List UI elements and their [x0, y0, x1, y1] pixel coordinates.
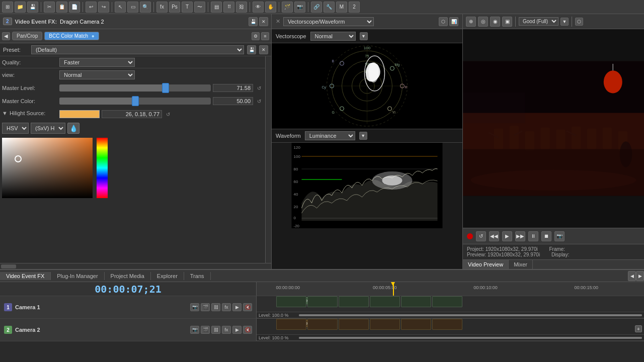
timeline-tab-plugin-manager[interactable]: Plug-In Manager — [51, 272, 104, 280]
track-2-camera-btn[interactable]: 📷 — [190, 326, 199, 334]
capture-btn[interactable]: 📷 — [554, 231, 565, 241]
preview-tool-1[interactable]: ⊕ — [466, 17, 476, 27]
scope-export-btn[interactable]: ⬡ — [439, 17, 448, 26]
track-2-fx-btn[interactable]: fx — [222, 326, 231, 334]
play-btn[interactable]: ▶ — [502, 231, 512, 241]
timeline-playhead[interactable] — [393, 282, 394, 296]
toolbar-btn-fx[interactable]: fx — [156, 2, 168, 13]
master-level-value[interactable]: 71.58 — [213, 84, 253, 92]
tab-pan-crop[interactable]: Pan/Crop — [12, 32, 42, 40]
scope-type-select[interactable]: Vectorscope/Waveform — [283, 17, 374, 26]
color-gradient-cursor[interactable] — [15, 155, 22, 162]
record-btn[interactable] — [467, 233, 473, 239]
track-1-level-slider[interactable] — [299, 314, 642, 316]
timeline-ruler[interactable]: 00:00:00:00 00:00:05:00 00:00:10:00 00:0… — [257, 282, 644, 296]
pause-btn[interactable]: ⏸ — [528, 231, 538, 241]
toolbar-btn-extra3[interactable]: M — [336, 2, 347, 13]
master-level-slider[interactable] — [59, 84, 211, 92]
master-color-value[interactable]: 50.00 — [213, 97, 253, 105]
toolbar-btn-paste[interactable]: 📄 — [69, 2, 80, 13]
tab-settings-btn[interactable]: ⚙ — [252, 32, 260, 40]
track-1-more-btn[interactable]: ▶ — [232, 303, 242, 311]
toolbar-btn-grid2[interactable]: ▤ — [211, 2, 222, 13]
toolbar-btn-undo[interactable]: ↩ — [86, 2, 97, 13]
toolbar-btn-ps[interactable]: Ps — [169, 2, 180, 13]
play-fast-btn[interactable]: ▶▶ — [515, 231, 525, 241]
color-channel-select[interactable]: (SxV) H — [31, 123, 65, 134]
track-2-link-btn[interactable]: ⛓ — [211, 326, 220, 334]
master-color-reset[interactable]: ↺ — [255, 97, 263, 105]
toolbar-btn-redo[interactable]: ↪ — [98, 2, 109, 13]
prev-frame-btn[interactable]: ◀◀ — [489, 231, 499, 241]
track-2-mute-btn[interactable]: 🔇 — [243, 326, 252, 334]
toolbar-btn-magicwand[interactable]: 🪄 — [282, 2, 293, 13]
track-1-fx-btn[interactable]: fx — [222, 303, 231, 311]
timeline-tab-video-event-fx[interactable]: Video Event FX — [0, 272, 51, 280]
preview-quality-down[interactable]: ▼ — [560, 18, 569, 26]
timeline-prev-btn[interactable]: ◀ — [628, 271, 636, 281]
tab-video-preview[interactable]: Video Preview — [463, 260, 509, 269]
waveform-mode-select[interactable]: Luminance — [305, 131, 355, 140]
toolbar-btn-extra4[interactable]: 2 — [349, 2, 360, 13]
preset-select[interactable]: (Default) — [31, 45, 244, 54]
color-gradient[interactable] — [2, 138, 93, 198]
master-level-thumb[interactable] — [162, 83, 169, 93]
toolbar-btn-extra1[interactable]: 🔗 — [311, 2, 322, 13]
toolbar-btn-select[interactable]: ▭ — [127, 2, 138, 13]
master-level-reset[interactable]: ↺ — [255, 84, 263, 92]
track-2-more-btn[interactable]: ▶ — [232, 326, 242, 334]
toolbar-btn-save[interactable]: 💾 — [27, 2, 38, 13]
timeline-tab-project-media[interactable]: Project Media — [105, 272, 151, 280]
tab-arrows-left[interactable]: ◀ — [2, 32, 10, 40]
toolbar-btn-dots[interactable]: ⠿ — [223, 2, 234, 13]
track-1-film-btn[interactable]: 🎬 — [201, 303, 210, 311]
color-mode-select[interactable]: HSV — [2, 123, 29, 134]
eyedropper-btn[interactable]: 💧 — [67, 123, 79, 134]
toolbar-btn-wave[interactable]: 〜 — [194, 2, 205, 13]
loop-btn[interactable]: ↺ — [476, 231, 486, 241]
track-2-level-slider[interactable] — [299, 337, 642, 339]
preset-save-btn[interactable]: 💾 — [247, 45, 256, 54]
preset-close-btn[interactable]: ✕ — [259, 45, 268, 54]
toolbar-btn-extra2[interactable]: 🔧 — [324, 2, 335, 13]
track-2-film-btn[interactable]: 🎬 — [201, 326, 210, 334]
left-scrollbar[interactable] — [265, 56, 271, 263]
toolbar-btn-copy[interactable]: 📋 — [56, 2, 67, 13]
add-clip-btn[interactable]: + — [635, 325, 642, 332]
quality-select[interactable]: Faster — [59, 58, 135, 67]
preview-ext-btn[interactable]: ⬡ — [575, 18, 583, 26]
stop-btn[interactable]: ⏹ — [541, 231, 551, 241]
panel-close-btn[interactable]: ✕ — [259, 17, 268, 26]
hilight-color-swatch[interactable] — [59, 110, 100, 118]
waveform-settings-btn[interactable]: ▼ — [359, 132, 367, 140]
scope-close-btn[interactable]: ✕ — [276, 18, 280, 25]
toolbar-btn-camera[interactable]: 📷 — [294, 2, 305, 13]
vectorscope-mode-select[interactable]: Normal — [310, 32, 356, 41]
toolbar-btn-grid[interactable]: ⊞ — [2, 2, 13, 13]
h-scrollbar[interactable] — [0, 263, 271, 269]
toolbar-btn-folder[interactable]: 📁 — [15, 2, 26, 13]
toolbar-btn-arrow[interactable]: ↖ — [115, 2, 126, 13]
preview-tool-4[interactable]: ▣ — [502, 17, 512, 27]
hue-slider[interactable] — [97, 138, 108, 198]
hilight-source-value[interactable]: 26, 0.18, 0.77 — [102, 110, 162, 118]
toolbar-btn-zoom[interactable]: 🔍 — [140, 2, 151, 13]
master-color-slider[interactable] — [59, 98, 211, 105]
vectorscope-settings-btn[interactable]: ▼ — [360, 32, 368, 40]
timeline-tab-explorer[interactable]: Explorer — [151, 272, 184, 280]
tab-list-btn[interactable]: ≡ — [261, 32, 269, 40]
panel-save-btn[interactable]: 💾 — [249, 17, 258, 26]
preview-quality-select[interactable]: Good (Full) — [519, 17, 558, 26]
toolbar-btn-cut[interactable]: ✂ — [44, 2, 55, 13]
hilight-collapse[interactable]: ▼ Hilight Source: — [2, 110, 57, 116]
timeline-next-btn[interactable]: ▶ — [636, 271, 644, 281]
view-select[interactable]: Normal — [59, 70, 135, 79]
toolbar-btn-hand[interactable]: ✋ — [265, 2, 276, 13]
timeline-tab-trans[interactable]: Trans — [184, 272, 211, 280]
toolbar-btn-eye[interactable]: 👁 — [253, 2, 264, 13]
preview-tool-3[interactable]: ◉ — [490, 17, 500, 27]
h-scrollbar-thumb[interactable] — [1, 264, 16, 268]
preview-tool-2[interactable]: ◎ — [478, 17, 488, 27]
tab-bcc-color-match[interactable]: BCC Color Match ● — [44, 32, 99, 40]
toolbar-btn-t[interactable]: T — [182, 2, 193, 13]
